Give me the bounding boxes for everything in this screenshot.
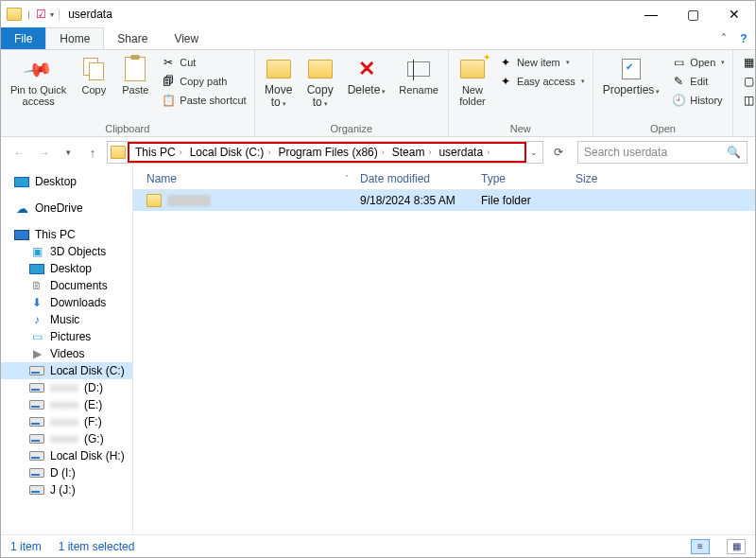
properties-icon [622,59,641,79]
copy-path-button[interactable]: 🗐Copy path [159,73,248,90]
select-all-button[interactable]: ▦Select all [739,54,756,71]
cut-button[interactable]: ✂Cut [159,54,248,71]
nav-back-button[interactable]: ← [9,142,29,163]
crumb-userdata[interactable]: userdata› [435,144,493,161]
new-item-button[interactable]: ✦New item▾ [496,54,587,71]
pin-quick-access-button[interactable]: 📌 Pin to Quick access [7,54,70,109]
copy-to-icon [308,60,333,78]
paste-shortcut-button[interactable]: 📋Paste shortcut [159,92,248,109]
tab-view[interactable]: View [161,27,212,49]
history-icon: 🕘 [671,93,686,108]
qat-dropdown-icon[interactable]: ▾ [50,10,54,19]
easy-access-button[interactable]: ✦Easy access▾ [496,73,587,90]
crumb-c[interactable]: Local Disk (C:)› [186,144,275,161]
nav-drive-e[interactable]: xxxxx(E:) [1,396,132,413]
col-size[interactable]: Size [570,172,636,185]
ribbon-collapse-icon[interactable]: ˄ [715,27,732,49]
nav-drive-d[interactable]: xxxxx(D:) [1,379,132,396]
history-button[interactable]: 🕘History [669,92,727,109]
nav-drive-i[interactable]: D (I:) [1,464,132,481]
nav-music[interactable]: ♪Music [1,311,132,328]
drive-icon [29,485,44,495]
search-input[interactable]: Search userdata 🔍 [577,141,747,164]
drive-icon [29,451,44,461]
address-folder-icon [111,146,126,159]
3d-objects-icon: ▣ [29,245,44,258]
drive-icon [29,468,44,478]
select-all-icon: ▦ [741,55,756,70]
view-large-icons-button[interactable]: ▦ [727,539,746,554]
invert-selection-button[interactable]: ◫Invert selection [739,92,756,109]
nav-desktop[interactable]: Desktop [1,173,132,190]
nav-videos[interactable]: ▶Videos [1,345,132,362]
close-button[interactable]: ✕ [713,1,755,27]
edit-icon: ✎ [671,74,686,89]
app-folder-icon [7,8,22,21]
copy-to-button[interactable]: Copy to▾ [302,54,338,111]
qat-checkbox-icon[interactable]: ☑ [36,8,46,21]
table-row[interactable]: 9/18/2024 8:35 AM File folder [133,190,755,211]
view-details-button[interactable]: ≡ [691,539,710,554]
scissors-icon: ✂ [161,55,176,70]
refresh-button[interactable]: ⟳ [547,146,570,159]
nav-drive-f[interactable]: xxxxx(F:) [1,413,132,430]
address-bar[interactable]: This PC› Local Disk (C:)› Program Files … [107,141,543,164]
col-type[interactable]: Type [475,172,570,185]
nav-desktop-sub[interactable]: Desktop [1,260,132,277]
chevron-right-icon: › [428,148,431,157]
maximize-button[interactable]: ▢ [672,1,713,27]
breadcrumb[interactable]: This PC› Local Disk (C:)› Program Files … [128,142,526,163]
help-icon[interactable]: ? [732,27,755,49]
nav-this-pc[interactable]: This PC [1,226,132,243]
nav-drive-g[interactable]: xxxxx(G:) [1,430,132,447]
tab-share[interactable]: Share [104,27,161,49]
music-icon: ♪ [29,313,44,326]
edit-button[interactable]: ✎Edit [669,73,727,90]
nav-pictures[interactable]: ▭Pictures [1,328,132,345]
move-to-button[interactable]: Move to▾ [261,54,297,111]
drive-icon [29,434,44,444]
chevron-right-icon: › [382,148,385,157]
nav-recent-dropdown[interactable]: ▾ [58,142,78,163]
crumb-program-files[interactable]: Program Files (x86)› [274,144,387,161]
select-none-button[interactable]: ▢Select none [739,73,756,90]
column-headers[interactable]: Name˄ Date modified Type Size [133,167,755,190]
drive-icon [29,383,44,392]
crumb-steam[interactable]: Steam› [388,144,436,161]
tab-file[interactable]: File [1,27,45,49]
desktop-icon [14,177,29,187]
properties-button[interactable]: Properties▾ [599,54,664,98]
paste-button[interactable]: Paste [117,54,153,97]
new-folder-button[interactable]: ✦ New folder [455,54,490,109]
group-select-label: Select [739,121,756,134]
nav-drive-j[interactable]: J (J:) [1,481,132,498]
nav-onedrive[interactable]: ☁OneDrive [1,200,132,217]
nav-forward-button[interactable]: → [33,142,54,163]
chevron-right-icon: › [487,148,490,157]
crumb-this-pc[interactable]: This PC› [131,144,186,161]
open-button[interactable]: ▭Open▾ [669,54,727,71]
search-icon: 🔍 [727,146,741,159]
nav-3d-objects[interactable]: ▣3D Objects [1,243,132,260]
nav-up-button[interactable]: ↑ [82,142,103,163]
col-name[interactable]: Name˄ [141,172,354,185]
documents-icon: 🗎 [29,279,44,292]
delete-button[interactable]: ✕ Delete▾ [344,54,390,98]
address-dropdown-icon[interactable]: ⌄ [525,148,542,157]
rename-button[interactable]: Rename [395,54,442,97]
desktop-icon [29,264,44,274]
minimize-button[interactable]: — [630,1,672,27]
copy-icon [83,58,104,80]
copy-button[interactable]: Copy [76,54,112,97]
nav-drive-h[interactable]: Local Disk (H:) [1,447,132,464]
file-list[interactable]: 9/18/2024 8:35 AM File folder [133,190,755,534]
nav-downloads[interactable]: ⬇Downloads [1,294,132,311]
tab-home[interactable]: Home [45,27,104,49]
group-new-label: New [455,121,587,134]
nav-local-disk-c[interactable]: Local Disk (C:) [1,362,132,379]
qat-sep: ❘ [26,10,32,19]
navigation-pane[interactable]: Desktop ☁OneDrive This PC ▣3D Objects De… [1,167,133,534]
col-date[interactable]: Date modified [354,172,475,185]
nav-documents[interactable]: 🗎Documents [1,277,132,294]
new-folder-icon [460,60,485,78]
